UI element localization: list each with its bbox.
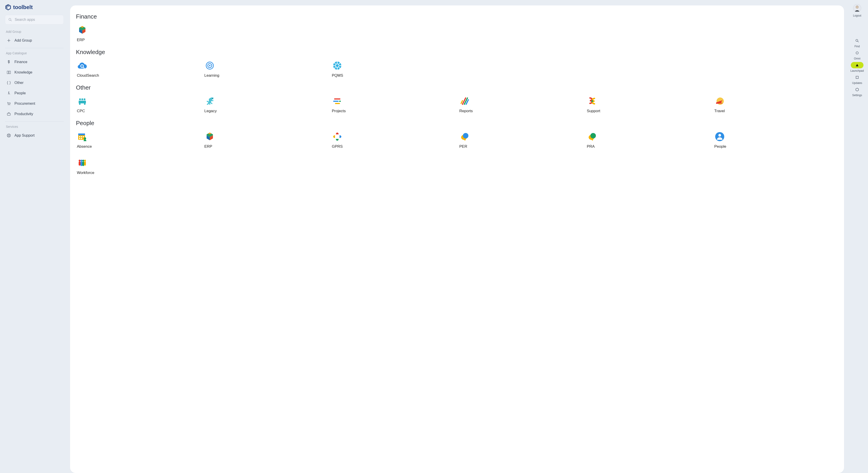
square-icon — [854, 74, 860, 81]
app-tile-cpc[interactable]: CPC — [76, 95, 112, 115]
svg-point-38 — [591, 100, 593, 102]
person-blue-icon — [714, 131, 725, 142]
erp-cube-icon — [77, 25, 88, 35]
svg-point-26 — [84, 98, 86, 100]
ring-target-icon — [204, 60, 215, 71]
rail-label: Find — [855, 45, 860, 48]
svg-point-49 — [463, 133, 468, 139]
book-icon — [6, 70, 11, 75]
launchpad-panel: Finance ERPKnowledge CloudSearch Learnin… — [70, 5, 844, 473]
cart-icon — [6, 101, 11, 106]
svg-point-53 — [718, 134, 721, 137]
svg-point-58 — [82, 160, 84, 161]
app-tile-travel[interactable]: Travel — [713, 95, 749, 115]
chat-bg-icon — [587, 131, 598, 142]
sidebar-item-label: App Support — [14, 134, 35, 138]
app-tile-label: PRA — [587, 144, 595, 149]
app-tile-label: GPRS — [332, 144, 343, 149]
dollar-icon — [6, 59, 11, 64]
svg-point-67 — [856, 52, 859, 54]
svg-point-4 — [9, 105, 10, 106]
app-tile-people[interactable]: People — [713, 130, 749, 150]
svg-line-37 — [461, 101, 463, 104]
svg-point-47 — [84, 137, 86, 140]
rail-label: Settings — [852, 94, 862, 97]
svg-rect-61 — [84, 161, 86, 166]
app-tile-support[interactable]: Support — [586, 95, 622, 115]
app-tile-label: People — [714, 144, 726, 149]
app-tile-per[interactable]: PER — [458, 130, 495, 150]
brand-logo[interactable]: toolbelt — [4, 4, 65, 13]
magnify-icon — [854, 37, 860, 44]
chat-gb-icon — [459, 131, 470, 142]
sidebar-item-productivity[interactable]: Productivity — [4, 109, 65, 119]
app-tile-absence[interactable]: Absence — [76, 130, 112, 150]
app-grid: ERP — [76, 24, 838, 43]
sidebar: toolbelt Add GroupAdd GroupApp Catalogue… — [0, 0, 68, 473]
sidebar-section-label: App Catalogue — [4, 51, 65, 57]
triangle-icon — [851, 62, 864, 68]
logout-link[interactable]: Logout — [853, 14, 862, 17]
rail-settings[interactable]: Settings — [850, 86, 864, 98]
app-tile-label: PER — [459, 144, 467, 149]
sidebar-item-label: People — [14, 91, 26, 95]
rail-omni[interactable]: Omni — [850, 49, 864, 61]
sidebar-item-knowledge[interactable]: Knowledge — [4, 67, 65, 78]
app-tile-label: CloudSearch — [77, 73, 99, 78]
avatar[interactable] — [853, 4, 861, 12]
sun-plane-icon — [714, 96, 725, 107]
sidebar-item-other[interactable]: Other — [4, 78, 65, 88]
svg-point-25 — [81, 98, 83, 100]
app-tile-label: Workforce — [77, 171, 94, 175]
app-tile-workforce[interactable]: Workforce — [76, 156, 112, 176]
rail-label: Updates — [852, 82, 862, 85]
braces-icon — [6, 80, 11, 85]
svg-rect-41 — [78, 134, 85, 135]
search-apps[interactable] — [5, 15, 64, 24]
cloud-search-icon — [77, 60, 88, 71]
app-tile-erp[interactable]: ERP — [204, 130, 240, 150]
svg-rect-5 — [7, 113, 10, 115]
app-tile-pqms[interactable]: PQMS — [331, 59, 367, 79]
erp-cube-icon — [204, 131, 215, 142]
svg-line-1 — [11, 20, 11, 21]
group-title-people: People — [76, 120, 838, 127]
sidebar-divider — [5, 121, 64, 122]
app-tile-projects[interactable]: Projects — [331, 95, 367, 115]
app-tile-reports[interactable]: Reports — [458, 95, 495, 115]
svg-rect-27 — [79, 104, 81, 105]
svg-rect-23 — [79, 101, 86, 104]
app-tile-legacy[interactable]: Legacy — [204, 95, 240, 115]
rail-updates[interactable]: Updates — [850, 73, 864, 86]
app-grid: CloudSearch Learning PQMS — [76, 59, 838, 79]
app-tile-label: Absence — [77, 144, 92, 149]
rail-find[interactable]: Find — [850, 37, 864, 49]
svg-rect-57 — [81, 161, 82, 166]
sidebar-item-people[interactable]: People — [4, 88, 65, 98]
app-tile-gprs[interactable]: GPRS — [331, 130, 367, 150]
svg-rect-33 — [339, 101, 341, 102]
app-tile-label: Legacy — [204, 109, 217, 113]
sidebar-item-procurement[interactable]: Procurement — [4, 98, 65, 109]
circle-icon — [854, 50, 860, 56]
search-input[interactable] — [14, 18, 60, 22]
rail-launchpad[interactable]: Launchpad — [850, 61, 864, 73]
sidebar-item-app-support[interactable]: App Support — [4, 130, 65, 141]
svg-point-3 — [8, 105, 8, 106]
lifering-icon — [6, 133, 11, 138]
sidebar-item-add-group[interactable]: Add Group — [4, 35, 65, 46]
svg-rect-44 — [83, 136, 84, 137]
svg-rect-31 — [333, 101, 339, 102]
sidebar-section-label: Services — [4, 124, 65, 130]
svg-point-54 — [79, 160, 81, 161]
app-tile-cloudsearch[interactable]: CloudSearch — [76, 59, 112, 79]
app-tile-label: ERP — [77, 38, 85, 42]
sidebar-item-finance[interactable]: Finance — [4, 57, 65, 67]
sidebar-item-label: Productivity — [14, 112, 33, 116]
app-tile-erp[interactable]: ERP — [76, 24, 112, 43]
app-tile-learning[interactable]: Learning — [204, 59, 240, 79]
app-tile-pra[interactable]: PRA — [586, 130, 622, 150]
rail-label: Omni — [854, 57, 861, 60]
brand-icon — [5, 4, 11, 10]
app-tile-label: Reports — [459, 109, 473, 113]
